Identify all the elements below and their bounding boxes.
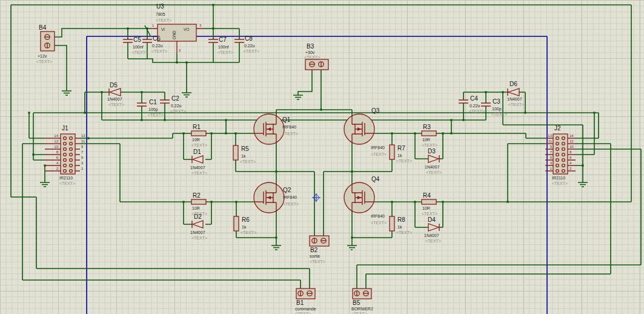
component-r6-resistor[interactable]: R6 1k <TEXT> [234,216,256,235]
r5-text-annotation: <TEXT> [240,159,256,164]
component-d6-diode[interactable]: D6 1N4007 <TEXT> [507,81,524,107]
component-d2-diode[interactable]: D2 1N4007 <TEXT> [190,213,207,240]
schematic-canvas[interactable]: VI VO GND 1 3 2 U3 7805 <TEXT> B4 +12v <… [0,0,644,314]
j2-pin-12: 12 [569,139,574,143]
c7-ref-label: C7 [219,36,227,43]
wire-hbridge-power[interactable] [276,70,352,246]
r7-text-annotation: <TEXT> [396,159,412,163]
d5-ref-label: D5 [110,82,118,89]
u3-ref-label: U3 [156,3,164,10]
component-r5-resistor[interactable]: R5 1k <TEXT> [233,145,256,164]
c5-text-annotation: <TEXT> [132,50,148,55]
d6-value-label: 1N4007 [507,97,522,101]
component-d4-diode[interactable]: D4 1N4007 <TEXT> [424,216,441,243]
r6-text-annotation: <TEXT> [241,230,256,235]
r5-ref-label: R5 [241,145,249,152]
q4-text-annotation: <TEXT> [371,221,387,225]
component-b4-terminal[interactable]: B4 +12v <TEXT> [36,24,55,64]
j1-pin-2: 2 [56,167,59,170]
component-r7-resistor[interactable]: R7 1k <TEXT> [390,145,412,163]
q2-text-annotation: <TEXT> [283,202,299,206]
b3-ref-label: B3 [307,43,314,50]
component-r1-resistor[interactable]: R1 10R <TEXT> [191,124,207,147]
q2-ref-label: Q2 [283,187,291,193]
component-c1-capacitor[interactable]: C1 100p <TEXT> [137,99,164,117]
j2-pin-9: 9 [550,145,553,149]
j2-pin-8: 8 [569,150,572,154]
component-r8-resistor[interactable]: R8 1k <TEXT> [390,216,412,235]
q1-ref-label: Q1 [282,116,291,123]
r1-value-label: 10R [192,138,200,142]
wire-blue-bus[interactable] [87,36,547,314]
component-q1-mosfet[interactable]: Q1 IRF840 <TEXT> [254,114,298,144]
j1-pin-8: 8 [56,150,59,154]
c2-ref-label: C2 [171,95,179,102]
j2-pin-7: 7 [550,150,553,154]
j2-pin-6: 6 [569,156,572,159]
r2-value-label: 10R [192,206,200,210]
j1-pin-7: 7 [81,150,84,154]
j1-pin-13: 13 [81,134,85,138]
c3-value-label: 100p [492,107,502,112]
u3-text-annotation: <TEXT> [156,18,171,22]
j2-text-annotation: <TEXT> [552,181,568,185]
component-b1-terminal[interactable]: B1 commande <TEXT> [295,289,316,314]
component-r2-resistor[interactable]: R2 10R <TEXT> [191,192,207,216]
component-j2-connector[interactable]: 13 11 9 7 5 3 1 14 12 10 8 6 4 2 J2 IR21… [545,125,576,185]
j2-value-label: IR2110 [552,176,565,180]
component-j1-connector[interactable]: 14 12 10 8 6 4 2 13 11 9 7 5 3 1 J1 IR21… [45,125,85,185]
d4-ref-label: D4 [428,216,436,223]
wire-j2-pin-nets[interactable] [357,113,641,289]
b4-text-annotation: <TEXT> [36,59,52,64]
j1-pin-11: 11 [81,139,85,143]
q3-ref-label: Q3 [371,107,380,114]
component-q3-mosfet[interactable]: Q3 IRF840 <TEXT> [344,107,387,156]
c1-value-label: 100p [148,107,158,112]
c8-text-annotation: <TEXT> [244,49,259,53]
j1-pin-14: 14 [54,134,58,138]
wire-regulator-section[interactable] [55,25,239,93]
component-b3-terminal[interactable]: B3 +30v <TEXT> [304,43,328,70]
component-c7-capacitor[interactable]: C7 100nf <TEXT> [208,36,233,55]
component-r4-resistor[interactable]: R4 10R <TEXT> [422,192,437,216]
r1-ref-label: R1 [193,124,201,130]
r2-ref-label: R2 [193,192,201,199]
u3-value-label: 7805 [156,12,165,16]
component-d5-diode[interactable]: D5 1N4007 <TEXT> [107,82,124,107]
q1-value-label: IRF840 [282,125,296,129]
d3-text-annotation: <TEXT> [426,170,442,175]
j1-pin-10: 10 [54,145,58,149]
u3-pin-vo: VO [184,27,189,32]
j1-pin-5: 5 [81,156,84,159]
component-c8-capacitor[interactable]: C8 0.22u <TEXT> [234,35,259,53]
q4-ref-label: Q4 [371,176,380,182]
d3-ref-label: D3 [428,148,436,155]
b2-ref-label: B2 [310,247,318,253]
q3-value-label: IRF840 [371,145,385,150]
component-d1-diode[interactable]: D1 1N4007 <TEXT> [190,149,207,175]
b2-text-annotation: <TEXT> [310,259,325,264]
wire-long-horizontal-nets[interactable] [33,113,599,133]
component-b5-terminal[interactable]: B5 BORNIER2 <TEXT> [351,289,373,314]
b1-text-annotation: <TEXT> [295,312,311,314]
c2-text-annotation: <TEXT> [170,109,186,113]
component-d3-diode[interactable]: D3 1N4007 <TEXT> [425,148,442,175]
q4-value-label: IRF840 [371,214,385,218]
r4-text-annotation: <TEXT> [422,212,437,216]
j1-pin-6: 6 [56,156,59,159]
component-c2-capacitor[interactable]: C2 0.22u <TEXT> [160,95,186,113]
u3-pin-vi: VI [161,27,165,32]
component-q2-mosfet[interactable]: Q2 IRF840 <TEXT> [254,182,299,213]
j2-pin-11: 11 [548,139,553,143]
r4-ref-label: R4 [423,192,431,199]
r4-value-label: 10R [422,206,430,210]
j1-pin-9: 9 [81,145,84,149]
b5-value-label: BORNIER2 [351,307,373,311]
component-b2-terminal[interactable]: B2 sortie <TEXT> [310,236,329,264]
d2-value-label: 1N4007 [190,230,205,235]
component-r3-resistor[interactable]: R3 10R <TEXT> [422,124,437,147]
c6-ref-label: C6 [153,35,161,42]
component-q4-mosfet[interactable]: Q4 IRF840 <TEXT> [344,176,387,225]
component-c4-capacitor[interactable]: C4 0.22u <TEXT> [459,95,485,113]
r1-text-annotation: <TEXT> [191,143,207,147]
